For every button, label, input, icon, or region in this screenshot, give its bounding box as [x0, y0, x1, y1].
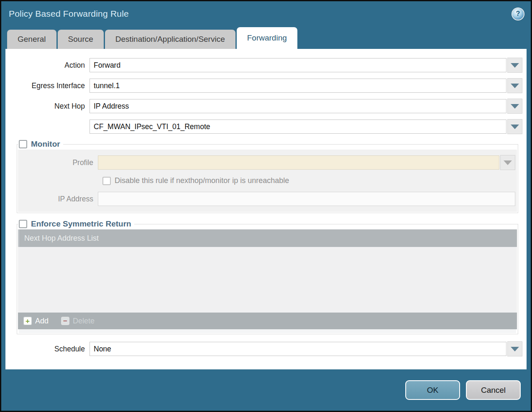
- next-hop-label: Next Hop: [5, 102, 90, 111]
- next-hop-row: Next Hop IP Address: [5, 99, 522, 114]
- table-bottom-strip: [19, 329, 516, 333]
- dialog-titlebar: Policy Based Forwarding Rule ?: [1, 1, 531, 26]
- action-dropdown-button[interactable]: [507, 58, 522, 73]
- profile-select[interactable]: [98, 155, 499, 170]
- disable-rule-checkbox[interactable]: [102, 177, 111, 185]
- next-hop-address-combobox[interactable]: CF_MWAN_IPsec_VTI_01_Remote: [90, 120, 506, 134]
- monitor-profile-row: Profile: [18, 155, 515, 170]
- dialog-footer: OK Cancel: [1, 369, 531, 411]
- egress-interface-dropdown-button[interactable]: [507, 78, 522, 93]
- dialog-title: Policy Based Forwarding Rule: [9, 9, 129, 19]
- monitor-checkbox[interactable]: [19, 140, 27, 148]
- monitor-ip-address-label: IP Address: [18, 195, 98, 203]
- delete-button: − Delete: [61, 317, 95, 326]
- minus-icon: −: [61, 317, 69, 325]
- next-hop-address-table-body[interactable]: [18, 247, 517, 313]
- disable-rule-label: Disable this rule if nexthop/monitor ip …: [115, 176, 289, 185]
- ok-button[interactable]: OK: [405, 380, 460, 400]
- tab-source[interactable]: Source: [58, 30, 104, 49]
- monitor-ip-address-row: IP Address: [18, 192, 515, 206]
- disable-rule-row: Disable this rule if nexthop/monitor ip …: [102, 176, 515, 185]
- add-button[interactable]: + Add: [23, 317, 49, 326]
- action-label: Action: [5, 61, 90, 70]
- delete-button-label: Delete: [73, 317, 95, 326]
- tab-destination-application-service[interactable]: Destination/Application/Service: [105, 30, 235, 49]
- cancel-button[interactable]: Cancel: [466, 380, 521, 400]
- action-select[interactable]: Forward: [90, 58, 506, 72]
- action-row: Action Forward: [5, 58, 522, 73]
- next-hop-type-select[interactable]: IP Address: [90, 99, 506, 113]
- plus-icon: +: [23, 317, 32, 325]
- profile-dropdown-button: [500, 155, 515, 170]
- next-hop-address-table-toolbar: + Add − Delete: [18, 313, 517, 329]
- monitor-ip-address-input: [98, 192, 515, 206]
- pbf-rule-dialog: Policy Based Forwarding Rule ? General S…: [0, 0, 532, 412]
- chevron-down-icon: [511, 63, 519, 68]
- schedule-dropdown-button[interactable]: [507, 341, 522, 356]
- egress-interface-row: Egress Interface tunnel.1: [5, 78, 522, 93]
- schedule-select[interactable]: None: [90, 342, 506, 356]
- tab-content-forwarding: Action Forward Egress Interface tunnel.1…: [5, 49, 527, 369]
- chevron-down-icon: [511, 104, 519, 109]
- monitor-legend: Monitor: [18, 140, 63, 149]
- enforce-symmetric-return-label: Enforce Symmetric Return: [31, 219, 131, 229]
- enforce-symmetric-return-legend: Enforce Symmetric Return: [18, 219, 134, 229]
- add-button-label: Add: [35, 317, 49, 326]
- chevron-down-icon: [504, 160, 512, 165]
- tab-forwarding[interactable]: Forwarding: [237, 27, 297, 49]
- schedule-row: Schedule None: [5, 341, 522, 356]
- monitor-group: Monitor Profile Disable this rule if nex…: [17, 140, 518, 213]
- enforce-symmetric-return-group: Enforce Symmetric Return Next Hop Addres…: [17, 219, 518, 334]
- chevron-down-icon: [511, 347, 519, 351]
- tab-general[interactable]: General: [7, 30, 56, 49]
- help-icon[interactable]: ?: [512, 8, 524, 20]
- monitor-panel: Profile Disable this rule if nexthop/mon…: [18, 150, 517, 212]
- egress-interface-select[interactable]: tunnel.1: [90, 79, 506, 93]
- schedule-label: Schedule: [5, 345, 90, 354]
- monitor-label: Monitor: [31, 140, 60, 149]
- next-hop-address-table: Next Hop Address List + Add − Delete: [18, 229, 517, 333]
- tab-bar: General Source Destination/Application/S…: [1, 26, 531, 49]
- next-hop-address-list-column-header: Next Hop Address List: [18, 229, 517, 247]
- enforce-symmetric-return-checkbox[interactable]: [19, 220, 27, 228]
- next-hop-type-dropdown-button[interactable]: [507, 99, 522, 114]
- chevron-down-icon: [511, 84, 519, 88]
- egress-interface-label: Egress Interface: [5, 81, 90, 90]
- next-hop-address-row: CF_MWAN_IPsec_VTI_01_Remote: [5, 119, 522, 134]
- chevron-down-icon: [511, 125, 519, 129]
- next-hop-address-dropdown-button[interactable]: [507, 119, 522, 134]
- profile-label: Profile: [18, 158, 98, 167]
